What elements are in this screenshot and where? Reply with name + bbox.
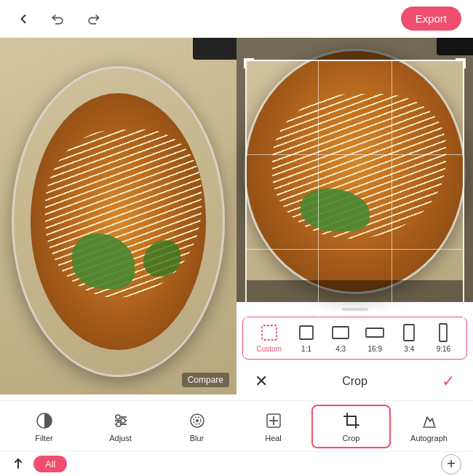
crop-handle-br[interactable] bbox=[456, 335, 466, 345]
add-button[interactable]: + bbox=[441, 454, 461, 475]
crop-action-title: Crop bbox=[274, 375, 435, 388]
redo-button[interactable] bbox=[82, 7, 105, 31]
ratio-16-9-label: 16:9 bbox=[367, 345, 381, 353]
undo-button[interactable] bbox=[47, 7, 70, 31]
header-left-controls bbox=[12, 7, 105, 31]
tool-blur[interactable]: Blur bbox=[159, 406, 235, 447]
crop-grid bbox=[245, 60, 464, 344]
ratio-4-3-label: 4:3 bbox=[335, 345, 346, 353]
header: Export bbox=[0, 0, 473, 38]
main-content: Compare bbox=[0, 38, 473, 400]
crop-image-area bbox=[236, 38, 473, 302]
heal-icon bbox=[263, 410, 284, 431]
crop-handle-tl[interactable] bbox=[244, 58, 254, 68]
compare-label: Compare bbox=[182, 373, 229, 387]
tool-autograph[interactable]: Autograph bbox=[391, 406, 467, 447]
right-side: Custom 1:1 bbox=[236, 38, 473, 400]
export-button[interactable]: Export bbox=[401, 7, 461, 31]
tool-filter[interactable]: Filter bbox=[6, 406, 82, 447]
blur-icon bbox=[187, 410, 207, 431]
tool-heal[interactable]: Heal bbox=[235, 406, 311, 447]
crop-label: Crop bbox=[343, 434, 360, 443]
crop-action-bar: ✕ Crop ✓ bbox=[236, 362, 473, 400]
back-button[interactable] bbox=[12, 7, 35, 31]
crop-border bbox=[245, 60, 464, 344]
filter-label: Filter bbox=[35, 434, 52, 443]
tools-row: Filter Adjust bbox=[0, 401, 473, 451]
sort-row: All + bbox=[0, 451, 473, 476]
all-button[interactable]: All bbox=[33, 456, 67, 472]
adjust-label: Adjust bbox=[109, 434, 132, 443]
crop-box[interactable] bbox=[245, 60, 464, 344]
custom-label: Custom bbox=[257, 345, 282, 353]
svg-point-10 bbox=[116, 415, 120, 419]
crop-cancel-button[interactable]: ✕ bbox=[248, 368, 274, 394]
ratio-9-16-label: 9:16 bbox=[437, 345, 450, 353]
original-image-panel: Compare bbox=[0, 38, 236, 394]
blur-label: Blur bbox=[190, 434, 204, 443]
autograph-label: Autograph bbox=[410, 434, 448, 443]
crop-handle-bl[interactable] bbox=[244, 335, 254, 345]
filter-icon bbox=[34, 410, 55, 431]
crop-handle-tr[interactable] bbox=[456, 58, 466, 68]
crop-confirm-button[interactable]: ✓ bbox=[435, 368, 461, 394]
sort-button[interactable] bbox=[12, 458, 25, 471]
tool-crop[interactable]: Crop bbox=[311, 405, 391, 448]
svg-point-11 bbox=[121, 419, 125, 423]
crop-icon bbox=[341, 410, 362, 431]
autograph-icon bbox=[419, 410, 440, 431]
adjust-icon bbox=[111, 410, 131, 431]
heal-label: Heal bbox=[265, 434, 282, 443]
svg-point-12 bbox=[116, 422, 121, 427]
ratio-3-4-label: 3:4 bbox=[404, 345, 414, 353]
svg-point-15 bbox=[196, 419, 199, 422]
tool-adjust[interactable]: Adjust bbox=[82, 406, 159, 447]
ratio-1-1-label: 1:1 bbox=[301, 345, 311, 353]
bottom-toolbar: Filter Adjust bbox=[0, 400, 473, 476]
